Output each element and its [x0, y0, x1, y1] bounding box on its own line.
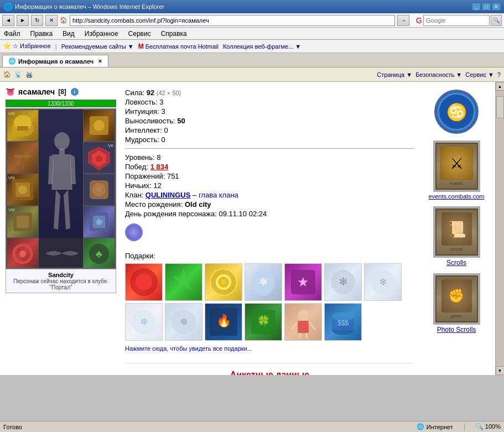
right-arm-slot[interactable]: VII: [83, 142, 115, 174]
scrolls-banner-container: 📜 scrolls Scrolls: [433, 206, 480, 267]
gift-item[interactable]: [125, 263, 163, 301]
gift-item[interactable]: ★: [284, 263, 322, 301]
photo-scrolls-link[interactable]: Photo Scrolls: [437, 326, 476, 334]
right-item2-slot[interactable]: ☆: [83, 174, 115, 206]
gift-item[interactable]: $$$: [324, 303, 362, 341]
gift7-svg: ❄: [366, 266, 399, 299]
help-button[interactable]: ?: [497, 71, 501, 78]
clan-badge-icon: [125, 223, 143, 241]
status-zone: 🌐 Интернет: [417, 423, 453, 430]
print-button[interactable]: 🖨️: [25, 71, 33, 78]
service-menu-button[interactable]: Сервис ▼: [465, 71, 494, 78]
menu-favorites[interactable]: Избранное: [83, 29, 120, 38]
stat-draws: Ничьих: 12: [125, 181, 414, 190]
ring-slot[interactable]: [7, 238, 39, 269]
fav-hotmail[interactable]: M Бесплатная почта Hotmail: [138, 43, 219, 50]
stat-wisdom: Мудрость: 0: [125, 136, 414, 144]
gift-item[interactable]: 🍀: [245, 303, 282, 341]
page-menu-button[interactable]: Страница ▼: [377, 71, 412, 78]
svg-text:❄: ❄: [339, 275, 348, 288]
left-boot-slot[interactable]: VIII: [7, 206, 39, 238]
rss-button[interactable]: 📡: [14, 71, 22, 78]
zone-label: Интернет: [427, 424, 453, 430]
gift-item[interactable]: ❄: [364, 263, 402, 301]
right-boot-slot[interactable]: ⬟: [83, 206, 115, 238]
scroll-down-button[interactable]: ▼: [496, 366, 505, 375]
scrolls-icon: 📜: [447, 220, 466, 238]
svg-text:♋: ♋: [446, 102, 467, 122]
svg-text:★: ★: [297, 274, 309, 289]
menu-service[interactable]: Сервис: [127, 29, 153, 38]
amulet-slot[interactable]: ♣: [83, 238, 115, 269]
back-button[interactable]: ◄: [2, 15, 14, 26]
recommended-sites[interactable]: Рекомендуемые сайты ▼: [61, 43, 134, 50]
gift10-svg: 🔥: [207, 305, 240, 339]
gift-item[interactable]: [205, 263, 242, 301]
scrollbar-thumb[interactable]: [496, 96, 504, 118]
stat-birthplace: Место рождения: Old city: [125, 200, 414, 209]
svg-text:🍀: 🍀: [257, 315, 271, 328]
active-tab[interactable]: 🌐 Информация о ясамалеч ✕: [2, 55, 108, 67]
close-button[interactable]: ✕: [492, 3, 501, 11]
security-menu-button[interactable]: Безопасность ▼: [415, 71, 462, 78]
url-input[interactable]: [70, 15, 395, 26]
stat-birthday: День рождения персонажа: 09.11.10 02:24: [125, 210, 414, 218]
scroll-up-button[interactable]: ▲: [496, 82, 505, 91]
menu-view[interactable]: Вид: [61, 29, 76, 38]
go-button[interactable]: →: [397, 15, 409, 26]
minimize-button[interactable]: _: [472, 3, 481, 11]
info-icon[interactable]: i: [71, 88, 79, 96]
home-button[interactable]: 🏠: [3, 71, 11, 78]
svg-point-6: [93, 120, 105, 131]
fav-collection[interactable]: Коллекция веб-фрагме... ▼: [223, 43, 301, 50]
clan-name-link[interactable]: QULININGUS: [146, 191, 191, 199]
amulet-svg: ♣: [85, 240, 113, 268]
scrolls-banner[interactable]: 📜 scrolls: [433, 206, 480, 258]
gift8-svg: ❄: [127, 305, 160, 339]
photo-scrolls-inner: ✊: [441, 279, 472, 313]
stop-button[interactable]: ✕: [45, 15, 58, 26]
photo-scrolls-banner[interactable]: ✊ photo: [433, 273, 480, 325]
see-all-gifts-link[interactable]: Нажмите сюда, чтобы увидеть все подарки.…: [125, 345, 414, 352]
maximize-button[interactable]: □: [482, 3, 491, 11]
gift-item[interactable]: [284, 303, 322, 341]
search-button[interactable]: 🔍: [491, 15, 502, 26]
forward-button[interactable]: ►: [17, 15, 29, 26]
armor-top-svg: [85, 112, 113, 139]
slot-level-badge-3: VIII: [8, 175, 15, 180]
menu-edit[interactable]: Правка: [29, 29, 55, 38]
svg-rect-20: [17, 216, 29, 228]
svg-text:🔥: 🔥: [216, 313, 232, 328]
photo-scrolls-icon: ✊: [448, 288, 465, 304]
stats-section: Сила: 92 (42 + 50) Ловкость: 3 Интуиция:…: [125, 87, 414, 375]
search-input[interactable]: [423, 15, 490, 26]
gift-item[interactable]: ❄: [165, 303, 202, 341]
helmet-slot[interactable]: VIII: [7, 110, 39, 142]
right-shoulder-slot[interactable]: [83, 110, 115, 142]
gift-item[interactable]: ❄: [324, 263, 362, 301]
scrolls-link[interactable]: Scrolls: [446, 259, 466, 267]
svg-line-51: [291, 322, 298, 330]
chest-left-slot[interactable]: VIII: [7, 174, 39, 206]
events-banner[interactable]: ⚔ events: [433, 140, 480, 192]
page-title: Информация о ясамалеч – Windows Internet…: [15, 3, 164, 10]
badge-container: [125, 223, 414, 243]
zodiac-icon: ♋: [434, 90, 479, 134]
page-content: 👅 ясамалеч [8] i 1330/1330: [0, 82, 495, 375]
favorites-button[interactable]: ⭐ ☆ Избранное: [3, 43, 51, 50]
menu-help[interactable]: Справка: [159, 29, 189, 38]
gift-item[interactable]: [165, 263, 202, 301]
browser-icon: 🌐: [3, 2, 13, 11]
gift-item[interactable]: ❄: [245, 263, 282, 301]
gift-item[interactable]: 🔥: [205, 303, 242, 341]
tab-close-icon[interactable]: ✕: [98, 59, 102, 64]
gift6-svg: ❄: [326, 266, 360, 299]
scrollbar-track[interactable]: [496, 91, 505, 366]
victories-link[interactable]: 1 834: [150, 163, 169, 171]
weapon-slot[interactable]: [7, 142, 39, 174]
events-link[interactable]: events.combats.com: [429, 193, 485, 200]
menu-file[interactable]: Файл: [2, 29, 22, 38]
slot-level-badge-4: VIII: [8, 207, 15, 212]
refresh-button[interactable]: ↻: [31, 15, 43, 26]
gift-item[interactable]: ❄: [125, 303, 163, 341]
